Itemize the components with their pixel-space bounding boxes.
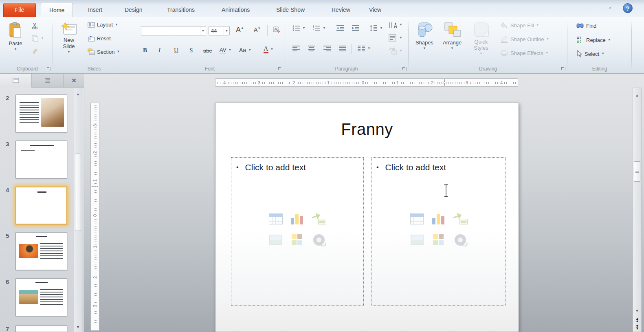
bullets-button[interactable]: ▼ xyxy=(291,24,307,32)
tab-transitions[interactable]: Transitions xyxy=(159,3,203,17)
shapes-button[interactable]: Shapes ▼ xyxy=(412,20,437,62)
panel-scroll-down-icon[interactable]: ▼ xyxy=(75,324,81,330)
content-placeholder-right[interactable]: •Click to add text xyxy=(371,157,506,306)
change-case-button[interactable]: Aa ▼ xyxy=(238,46,253,54)
insert-table-icon[interactable] xyxy=(268,211,284,226)
copy-dropdown-arrow: ▼ xyxy=(41,37,44,40)
strikethrough-button[interactable]: abc xyxy=(201,47,214,54)
shape-effects-button[interactable]: Shape Effects ▼ xyxy=(499,49,550,57)
placeholder-prompt[interactable]: •Click to add text xyxy=(376,163,446,172)
decrease-indent-button[interactable] xyxy=(335,24,345,32)
shape-outline-button[interactable]: Shape Outline ▼ xyxy=(499,35,550,43)
close-panel-icon[interactable]: ✕ xyxy=(64,74,84,87)
text-shadow-button[interactable]: S xyxy=(187,46,195,54)
cut-button[interactable] xyxy=(30,22,40,30)
slide-7-thumbnail[interactable] xyxy=(15,325,67,332)
horizontal-ruler[interactable]: 4 3 2 1 0 1 2 3 4 xyxy=(215,78,518,87)
arrange-button[interactable]: Arrange ▼ xyxy=(439,20,466,62)
columns-button[interactable]: ▼ xyxy=(356,45,372,52)
justify-button[interactable] xyxy=(337,45,348,52)
minimize-ribbon-icon[interactable]: ^ xyxy=(606,5,615,12)
main-scrollbar[interactable]: ▲ ▼ ▲▲ ▼▼ xyxy=(633,88,642,332)
clipboard-dialog-launcher[interactable] xyxy=(46,67,51,71)
slide-canvas[interactable]: Franny •Click to add text •Click to add … xyxy=(215,103,519,332)
tab-home[interactable]: Home xyxy=(41,3,73,17)
line-spacing-button[interactable]: ▼ xyxy=(368,24,384,32)
font-name-dropdown-arrow[interactable]: ▼ xyxy=(200,26,206,35)
shape-fill-button[interactable]: Shape Fill ▼ xyxy=(499,21,541,29)
new-slide-button[interactable]: New Slide ▼ xyxy=(57,20,81,62)
content-placeholder-left[interactable]: •Click to add text xyxy=(231,157,364,306)
slide-title[interactable]: Franny xyxy=(215,120,519,139)
section-button[interactable]: Section ▼ xyxy=(86,48,121,55)
insert-picture-icon[interactable] xyxy=(268,233,284,247)
font-size-dropdown-arrow[interactable]: ▼ xyxy=(224,26,229,35)
insert-table-icon[interactable] xyxy=(409,211,425,226)
drawing-dialog-launcher[interactable] xyxy=(561,67,565,71)
scroll-down-icon[interactable]: ▼ xyxy=(634,308,640,314)
align-text-button[interactable]: ▼ xyxy=(387,33,404,42)
panel-scroll-up-icon[interactable]: ▲ xyxy=(75,91,81,97)
align-right-button[interactable] xyxy=(322,45,332,52)
scrollbar-thumb[interactable] xyxy=(634,161,640,182)
increase-indent-button[interactable] xyxy=(350,24,361,32)
slide-6-thumbnail[interactable] xyxy=(15,278,67,316)
tab-review[interactable]: Review xyxy=(323,3,358,17)
insert-smartart-icon[interactable] xyxy=(311,211,327,226)
font-size-combobox[interactable]: 44 ▼ xyxy=(209,26,230,35)
align-center-button[interactable] xyxy=(306,45,317,52)
tab-design[interactable]: Design xyxy=(116,3,151,17)
underline-button[interactable]: U xyxy=(172,46,180,54)
tab-insert[interactable]: Insert xyxy=(80,3,110,17)
previous-slide-icon[interactable]: ▲▲ xyxy=(634,317,640,323)
insert-media-icon[interactable] xyxy=(311,233,327,247)
slide-5-thumbnail[interactable] xyxy=(15,232,67,270)
clear-formatting-button[interactable] xyxy=(271,25,282,34)
insert-chart-icon[interactable] xyxy=(290,211,305,226)
convert-smartart-button[interactable]: ▼ xyxy=(387,46,404,55)
next-slide-icon[interactable]: ▼▼ xyxy=(634,325,640,330)
insert-clipart-icon[interactable] xyxy=(431,233,446,247)
slide-3-thumbnail[interactable] xyxy=(15,141,67,178)
replace-button[interactable]: Replace ▼ xyxy=(575,36,612,44)
tab-view[interactable]: View xyxy=(361,3,389,17)
select-button[interactable]: Select ▼ xyxy=(575,50,606,58)
character-spacing-button[interactable]: AV ▼ xyxy=(218,46,233,54)
slide-2-thumbnail[interactable] xyxy=(15,95,67,132)
font-dialog-launcher[interactable] xyxy=(278,67,282,71)
font-color-button[interactable]: A ▼ xyxy=(262,45,275,54)
reset-button[interactable]: Reset xyxy=(86,35,112,42)
bold-button[interactable]: B xyxy=(141,46,149,54)
vertical-ruler[interactable]: 3 2 1 0 1 2 3 xyxy=(90,103,99,331)
tab-slides-pane[interactable] xyxy=(0,74,32,88)
tab-slideshow[interactable]: Slide Show xyxy=(268,3,313,17)
insert-chart-icon[interactable] xyxy=(431,211,446,226)
panel-scrollbar[interactable]: ▲ ▼ xyxy=(74,88,82,332)
find-button[interactable]: Find xyxy=(575,22,598,29)
slide-4-thumbnail-selected[interactable] xyxy=(15,187,67,224)
panel-scrollbar-thumb[interactable] xyxy=(75,154,81,231)
placeholder-prompt[interactable]: •Click to add text xyxy=(236,163,306,172)
paragraph-dialog-launcher[interactable] xyxy=(402,67,407,71)
insert-smartart-icon[interactable] xyxy=(453,211,468,226)
quick-styles-button[interactable]: Quick Styles ▼ xyxy=(468,20,494,64)
insert-media-icon[interactable] xyxy=(453,233,468,247)
scroll-up-icon[interactable]: ▲ xyxy=(634,92,640,99)
insert-picture-icon[interactable] xyxy=(409,233,425,247)
align-left-button[interactable] xyxy=(291,45,301,52)
text-direction-button[interactable]: ▼ xyxy=(387,20,404,29)
font-name-combobox[interactable]: ▼ xyxy=(141,26,206,35)
italic-button[interactable]: I xyxy=(156,46,163,54)
grow-font-button[interactable]: A▲ xyxy=(234,25,246,35)
insert-clipart-icon[interactable] xyxy=(290,233,305,247)
numbering-button[interactable]: ▼ xyxy=(311,24,327,32)
tab-file[interactable]: File xyxy=(3,3,36,17)
tab-outline-pane[interactable] xyxy=(32,74,64,88)
help-icon[interactable]: ? xyxy=(623,3,633,13)
tab-animations[interactable]: Animations xyxy=(213,3,258,17)
format-painter-button[interactable] xyxy=(30,47,40,55)
layout-button[interactable]: Layout ▼ xyxy=(86,21,119,28)
shrink-font-button[interactable]: A▼ xyxy=(252,26,263,33)
copy-button[interactable]: ▼ xyxy=(30,34,45,42)
paste-button[interactable]: Paste ▼ xyxy=(5,20,26,62)
